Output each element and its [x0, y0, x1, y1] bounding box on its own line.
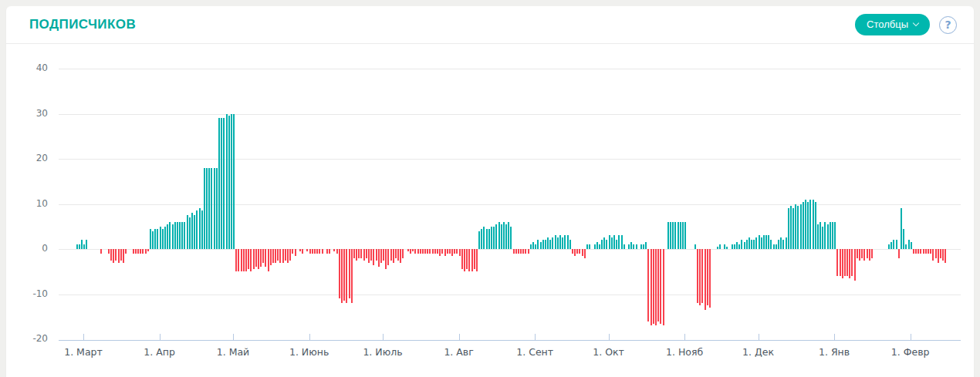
bar-negative[interactable] — [145, 249, 147, 254]
bar-negative[interactable] — [133, 249, 134, 254]
bar-negative[interactable] — [572, 249, 573, 254]
bar-negative[interactable] — [935, 249, 937, 258]
bar-positive[interactable] — [233, 114, 235, 250]
bar-negative[interactable] — [582, 249, 583, 256]
bar-positive[interactable] — [223, 118, 225, 249]
bar-positive[interactable] — [896, 240, 897, 249]
bar-positive[interactable] — [746, 240, 748, 249]
bar-negative[interactable] — [336, 249, 338, 254]
bar-positive[interactable] — [586, 244, 588, 249]
bar-positive[interactable] — [596, 242, 598, 249]
bar-negative[interactable] — [108, 249, 110, 254]
bar-positive[interactable] — [893, 240, 894, 249]
bar-positive[interactable] — [510, 227, 512, 249]
bar-positive[interactable] — [736, 242, 738, 249]
bar-negative[interactable] — [851, 249, 853, 276]
bar-positive[interactable] — [201, 210, 203, 249]
bar-negative[interactable] — [449, 249, 451, 254]
bar-positive[interactable] — [751, 240, 752, 249]
bar-negative[interactable] — [515, 249, 517, 254]
bar-negative[interactable] — [576, 249, 578, 254]
bar-positive[interactable] — [532, 242, 534, 249]
bar-positive[interactable] — [643, 244, 644, 249]
bar-negative[interactable] — [705, 249, 706, 310]
bar-negative[interactable] — [353, 249, 355, 258]
bar-positive[interactable] — [734, 244, 735, 249]
bar-positive[interactable] — [670, 222, 671, 249]
bar-negative[interactable] — [302, 249, 303, 254]
bar-negative[interactable] — [123, 249, 124, 263]
bar-negative[interactable] — [651, 249, 652, 325]
bar-positive[interactable] — [537, 240, 539, 249]
bar-positive[interactable] — [809, 200, 811, 249]
bar-positive[interactable] — [741, 240, 742, 249]
bar-positive[interactable] — [177, 222, 178, 249]
bar-positive[interactable] — [761, 237, 762, 249]
bar-positive[interactable] — [194, 215, 195, 249]
bar-negative[interactable] — [120, 249, 122, 261]
bar-positive[interactable] — [555, 235, 556, 249]
bar-negative[interactable] — [701, 249, 703, 303]
bar-positive[interactable] — [800, 204, 802, 250]
bar-positive[interactable] — [164, 227, 166, 249]
bar-positive[interactable] — [770, 240, 772, 249]
bar-negative[interactable] — [522, 249, 524, 254]
bar-negative[interactable] — [424, 249, 426, 254]
bar-positive[interactable] — [738, 244, 740, 249]
bar-positive[interactable] — [680, 222, 681, 249]
bar-positive[interactable] — [542, 240, 544, 249]
bar-positive[interactable] — [564, 235, 566, 249]
bar-positive[interactable] — [488, 229, 490, 249]
bar-negative[interactable] — [466, 249, 468, 269]
bar-positive[interactable] — [613, 235, 615, 249]
bar-positive[interactable] — [172, 224, 174, 249]
bar-positive[interactable] — [530, 244, 532, 249]
bar-negative[interactable] — [518, 249, 519, 254]
bar-negative[interactable] — [245, 249, 247, 271]
bar-negative[interactable] — [474, 249, 475, 269]
bar-positive[interactable] — [594, 244, 596, 249]
bar-positive[interactable] — [540, 242, 542, 249]
bar-negative[interactable] — [272, 249, 274, 263]
bar-positive[interactable] — [645, 242, 647, 249]
bar-negative[interactable] — [241, 249, 242, 271]
bar-positive[interactable] — [495, 224, 497, 249]
bar-positive[interactable] — [206, 168, 208, 249]
bar-negative[interactable] — [376, 249, 377, 261]
bar-negative[interactable] — [938, 249, 939, 263]
bar-negative[interactable] — [655, 249, 657, 325]
bar-negative[interactable] — [663, 249, 664, 325]
bar-positive[interactable] — [503, 222, 505, 249]
bar-positive[interactable] — [807, 202, 809, 249]
bar-negative[interactable] — [660, 249, 661, 324]
bar-negative[interactable] — [525, 249, 526, 254]
bar-positive[interactable] — [199, 208, 201, 249]
bar-negative[interactable] — [346, 249, 347, 303]
bar-negative[interactable] — [657, 249, 659, 321]
bar-positive[interactable] — [481, 229, 482, 249]
bar-positive[interactable] — [672, 222, 674, 249]
bar-negative[interactable] — [270, 249, 272, 265]
bar-positive[interactable] — [834, 222, 836, 249]
bar-negative[interactable] — [844, 249, 846, 276]
bar-positive[interactable] — [822, 227, 823, 249]
bar-negative[interactable] — [282, 249, 284, 263]
bar-negative[interactable] — [932, 249, 934, 261]
bar-negative[interactable] — [520, 249, 522, 254]
bar-negative[interactable] — [432, 249, 434, 254]
bar-negative[interactable] — [265, 249, 266, 267]
bar-negative[interactable] — [253, 249, 255, 269]
bar-positive[interactable] — [606, 240, 607, 249]
bar-positive[interactable] — [682, 222, 684, 249]
bar-positive[interactable] — [218, 118, 220, 249]
bar-positive[interactable] — [824, 222, 826, 249]
columns-dropdown-button[interactable]: Столбцы — [855, 14, 930, 35]
bar-negative[interactable] — [287, 249, 289, 263]
bar-positive[interactable] — [157, 229, 158, 249]
bar-positive[interactable] — [226, 114, 228, 250]
bar-negative[interactable] — [422, 249, 424, 254]
bar-negative[interactable] — [235, 249, 237, 271]
bar-positive[interactable] — [221, 118, 222, 249]
bar-negative[interactable] — [584, 249, 586, 258]
bar-positive[interactable] — [768, 235, 769, 249]
